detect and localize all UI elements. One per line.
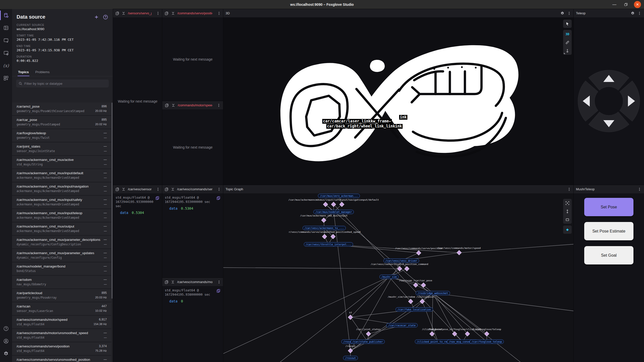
panel-topic-title[interactable]: /commands/motor/speed: [178, 103, 212, 107]
panel-settings-gear-icon[interactable]: [560, 11, 565, 16]
graph-topic[interactable]: [339, 202, 344, 207]
topic-row[interactable]: /car/amcl_posegeometry_msgs/PoseWithCova…: [12, 103, 111, 115]
topic-row[interactable]: /car/mux/ackermann_cmd_mux/input/navigat…: [12, 183, 111, 195]
topic-row[interactable]: /car/mux/ackermann_cmd_mux/outputackerma…: [12, 222, 111, 235]
topic-row[interactable]: /car/joint_statessensor_msgs/JointState—…: [12, 143, 111, 155]
orientation-button[interactable]: [563, 215, 572, 224]
copy-message-button[interactable]: [216, 289, 221, 293]
graph-node[interactable]: /car/vesc/throttle_interpol...: [304, 242, 353, 246]
panel-menu-icon[interactable]: [156, 187, 160, 192]
topic-row[interactable]: /car/mux/nodelet_manager/bondbond/Status…: [12, 262, 111, 275]
panel-menu-icon[interactable]: [217, 187, 221, 192]
graph-topic[interactable]: [322, 234, 327, 239]
graph-topic[interactable]: [421, 283, 426, 288]
topic-row[interactable]: /car/vesc/commands/motor/speedstd_msgs/F…: [12, 316, 111, 328]
graph-topic[interactable]: [397, 266, 402, 271]
rail-item-settings[interactable]: [0, 347, 12, 360]
mushr-button-set-goal[interactable]: Set Goal: [584, 246, 633, 264]
rail-item-panel-settings[interactable]: [0, 47, 12, 59]
fit-view-button[interactable]: [563, 199, 572, 207]
graph-node[interactable]: /car/state_publisher: [351, 340, 385, 344]
graph-topic[interactable]: [465, 331, 470, 336]
panel-topic-title[interactable]: /sensors/servo_po: [128, 11, 151, 15]
graph-node[interactable]: /mushr_sim: [380, 275, 399, 279]
panel-menu-icon[interactable]: [217, 280, 221, 284]
graph-topic[interactable]: [366, 331, 371, 336]
panel-settings-gear-icon[interactable]: [630, 11, 635, 16]
topic-row[interactable]: /car/mux/ackermann_cmd_mux/parameter_des…: [12, 236, 111, 248]
panel-menu-icon[interactable]: [217, 11, 221, 16]
collapse-all-icon[interactable]: [171, 103, 175, 108]
measure-tool-button[interactable]: [563, 38, 572, 47]
topic-row[interactable]: /car/scansensor_msgs/LaserScan44710.02 H…: [12, 302, 111, 315]
graph-topic[interactable]: [452, 331, 457, 336]
mushr-button-set-pose-estimate[interactable]: Set Pose Estimate: [584, 222, 633, 240]
graph-topic[interactable]: [413, 283, 418, 288]
mushr-button-set-pose[interactable]: Set Pose: [584, 198, 633, 216]
panel-topic-title[interactable]: /car/vesc/sensors/c: [128, 187, 151, 191]
expand-vertical-button[interactable]: [563, 207, 572, 215]
graph-node[interactable]: /rosbridge_websocket: [416, 291, 450, 295]
panel-topic-title[interactable]: /commands/servo/position: [177, 11, 212, 15]
graph-topic[interactable]: [323, 202, 328, 207]
topic-row[interactable]: /car/particlecloudgeometry_msgs/PoseArra…: [12, 289, 111, 302]
panel-menu-icon[interactable]: [156, 11, 160, 16]
graph-node[interactable]: /car/fake_localization: [396, 307, 433, 311]
topic-row[interactable]: /car/mux/ackermann_cmd_mux/input/default…: [12, 169, 111, 182]
rail-item-account[interactable]: [0, 335, 12, 347]
graph-node[interactable]: /car/foxglove_teleop: [470, 340, 504, 344]
graph-topic[interactable]: [331, 234, 336, 239]
sidebar-scrollbar[interactable]: [112, 103, 113, 299]
panel-menu-icon[interactable]: [567, 11, 571, 16]
graph-topic[interactable]: [331, 202, 336, 207]
graph-topic[interactable]: [408, 299, 413, 304]
publish-pose-button[interactable]: [563, 47, 572, 55]
rail-item-extensions[interactable]: [0, 72, 12, 84]
camera-mode-toggle[interactable]: 3D: [563, 30, 572, 38]
graph-topic[interactable]: [420, 299, 425, 304]
tab-topics[interactable]: Topics: [16, 68, 31, 76]
panel-menu-icon[interactable]: [637, 187, 642, 192]
graph-topic[interactable]: [430, 331, 435, 336]
rail-item-variables[interactable]: (x): [0, 59, 12, 72]
topic-row[interactable]: /car/odomnav_msgs/Odometry——: [12, 276, 111, 288]
rail-item-add-panel[interactable]: [0, 34, 12, 47]
graph-topic[interactable]: [348, 348, 353, 353]
topic-row[interactable]: /car/car_posegeometry_msgs/PoseStamped89…: [12, 116, 111, 128]
rail-item-layouts[interactable]: [0, 22, 12, 34]
panel-menu-icon[interactable]: [637, 11, 642, 16]
topic-row[interactable]: /car/vesc/commands/servo/positionstd_msg…: [12, 342, 111, 355]
minimize-button[interactable]: —: [611, 1, 618, 8]
copy-message-button[interactable]: [216, 196, 221, 200]
panel-menu-icon[interactable]: [567, 187, 571, 192]
graph-node[interactable]: /car/vesc/ackermann_to_...: [302, 226, 346, 230]
show-topics-toggle[interactable]: [563, 225, 572, 234]
topic-row[interactable]: /car/mux/ackermann_cmd_mux/input/teleopa…: [12, 209, 111, 222]
rail-item-data-source[interactable]: [0, 9, 12, 22]
graph-topic[interactable]: [457, 250, 462, 255]
graph-node[interactable]: /car/mux/nodelet_manager: [313, 210, 354, 214]
collapse-all-icon[interactable]: [171, 11, 175, 16]
collapse-all-icon[interactable]: [171, 187, 175, 192]
three-d-canvas[interactable]: ink car/camcar/laser_linkkw_frame— car/b…: [223, 17, 574, 185]
rail-item-help[interactable]: [0, 322, 12, 335]
collapse-all-icon[interactable]: [122, 187, 126, 192]
topic-graph-canvas[interactable]: /car/mux/zero_ackerman.../car/mux/nodele…: [223, 193, 574, 362]
topic-row[interactable]: /car/vesc/commands/motor/unsmoothed_spee…: [12, 329, 111, 342]
panel-topic-title[interactable]: /car/vesc/commands/motor: [177, 280, 212, 284]
search-input[interactable]: [24, 82, 106, 85]
graph-topic[interactable]: [404, 266, 409, 271]
add-connection-button[interactable]: [94, 14, 99, 20]
graph-node[interactable]: /rosout: [343, 356, 358, 360]
topic-row[interactable]: /car/mux/ackermann_cmd_mux/input/safetya…: [12, 196, 111, 208]
topic-row[interactable]: /car/mux/ackermann_cmd_mux/activestd_msg…: [12, 156, 111, 168]
collapse-all-icon[interactable]: [122, 11, 126, 16]
topic-filter[interactable]: [16, 79, 109, 87]
graph-node[interactable]: /car/racecar_state: [386, 323, 417, 328]
tab-problems[interactable]: Problems: [33, 68, 52, 76]
topic-row[interactable]: /car/foxglove/teleopgeometry_msgs/Twist—…: [12, 129, 111, 142]
topic-row[interactable]: /car/vesc/commands/servo/unsmoothed_posi…: [12, 356, 111, 362]
copy-message-button[interactable]: [155, 196, 160, 200]
graph-topic[interactable]: [416, 250, 421, 255]
panel-menu-icon[interactable]: [217, 103, 221, 108]
